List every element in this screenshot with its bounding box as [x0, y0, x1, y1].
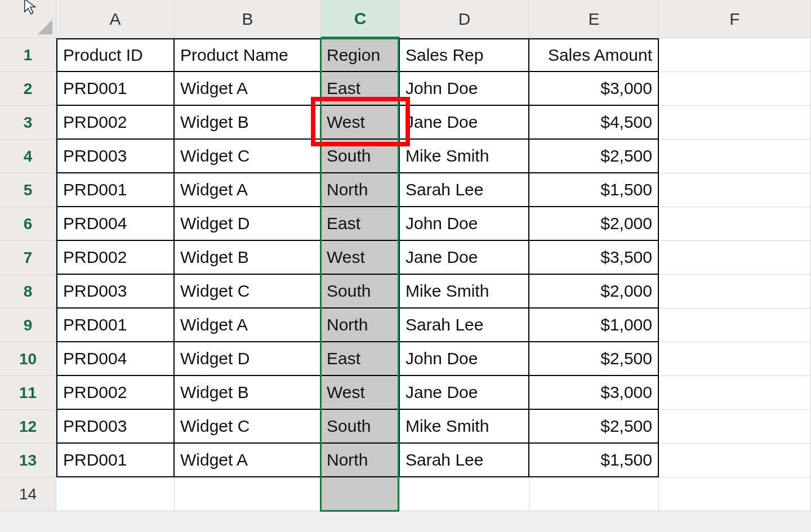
- row-header-7[interactable]: 7: [0, 241, 56, 275]
- row-header-13[interactable]: 13: [0, 444, 56, 477]
- col-header-B[interactable]: B: [175, 0, 321, 38]
- col-header-A[interactable]: A: [56, 0, 175, 38]
- cell-C11[interactable]: West: [321, 376, 400, 410]
- cell-A10[interactable]: PRD004: [56, 342, 175, 376]
- row-header-2[interactable]: 2: [0, 72, 56, 106]
- cell-D9[interactable]: Sarah Lee: [400, 309, 529, 342]
- cell-E2[interactable]: $3,000: [529, 72, 659, 106]
- cell-D7[interactable]: Jane Doe: [400, 241, 529, 275]
- row-header-9[interactable]: 9: [0, 309, 56, 342]
- cell-D6[interactable]: John Doe: [400, 207, 529, 241]
- cell-B2[interactable]: Widget A: [175, 72, 321, 106]
- cell-B4[interactable]: Widget C: [175, 140, 321, 173]
- cell-F13[interactable]: [659, 444, 811, 477]
- row-header-5[interactable]: 5: [0, 173, 56, 207]
- cell-C5[interactable]: North: [321, 173, 400, 207]
- cell-D4[interactable]: Mike Smith: [400, 140, 529, 173]
- cell-D5[interactable]: Sarah Lee: [400, 173, 529, 207]
- cell-C1[interactable]: Region: [321, 38, 400, 72]
- cell-D8[interactable]: Mike Smith: [400, 275, 529, 309]
- cell-B7[interactable]: Widget B: [175, 241, 321, 275]
- cell-D1[interactable]: Sales Rep: [400, 38, 529, 72]
- cell-E4[interactable]: $2,500: [529, 140, 659, 173]
- cell-C12[interactable]: South: [321, 410, 400, 444]
- cell-A14[interactable]: [56, 477, 175, 511]
- cell-F1[interactable]: [659, 38, 811, 72]
- cell-C2[interactable]: East: [321, 72, 400, 106]
- cell-D2[interactable]: John Doe: [400, 72, 529, 106]
- cell-A12[interactable]: PRD003: [56, 410, 175, 444]
- cell-F2[interactable]: [659, 72, 811, 106]
- cell-E7[interactable]: $3,500: [529, 241, 659, 275]
- cell-E3[interactable]: $4,500: [529, 106, 659, 140]
- cell-E12[interactable]: $2,500: [529, 410, 659, 444]
- cell-C7[interactable]: West: [321, 241, 400, 275]
- cell-F9[interactable]: [659, 309, 811, 342]
- cell-A1[interactable]: Product ID: [56, 38, 175, 72]
- cell-F7[interactable]: [659, 241, 811, 275]
- cell-D12[interactable]: Mike Smith: [400, 410, 529, 444]
- row-header-4[interactable]: 4: [0, 140, 56, 173]
- cell-D14[interactable]: [400, 477, 529, 511]
- cell-B13[interactable]: Widget A: [175, 444, 321, 477]
- cell-E9[interactable]: $1,000: [529, 309, 659, 342]
- cell-F4[interactable]: [659, 140, 811, 173]
- cell-A9[interactable]: PRD001: [56, 309, 175, 342]
- cell-C3[interactable]: West: [321, 106, 400, 140]
- cell-A5[interactable]: PRD001: [56, 173, 175, 207]
- cell-C6[interactable]: East: [321, 207, 400, 241]
- row-header-14[interactable]: 14: [0, 477, 56, 511]
- cell-E14[interactable]: [529, 477, 659, 511]
- cell-A7[interactable]: PRD002: [56, 241, 175, 275]
- cell-E6[interactable]: $2,000: [529, 207, 659, 241]
- cell-B1[interactable]: Product Name: [175, 38, 321, 72]
- cell-F8[interactable]: [659, 275, 811, 309]
- cell-E1[interactable]: Sales Amount: [529, 38, 659, 72]
- col-header-E[interactable]: E: [529, 0, 659, 38]
- cell-C13[interactable]: North: [321, 444, 400, 477]
- row-header-12[interactable]: 12: [0, 410, 56, 444]
- cell-B9[interactable]: Widget A: [175, 309, 321, 342]
- row-header-8[interactable]: 8: [0, 275, 56, 309]
- cell-F14[interactable]: [659, 477, 811, 511]
- row-header-10[interactable]: 10: [0, 342, 56, 376]
- row-header-1[interactable]: 1: [0, 38, 56, 72]
- cell-C4[interactable]: South: [321, 140, 400, 173]
- col-header-F[interactable]: F: [659, 0, 811, 38]
- cell-E11[interactable]: $3,000: [529, 376, 659, 410]
- row-header-6[interactable]: 6: [0, 207, 56, 241]
- cell-E8[interactable]: $2,000: [529, 275, 659, 309]
- col-header-C[interactable]: C: [321, 0, 400, 38]
- cell-F12[interactable]: [659, 410, 811, 444]
- col-header-D[interactable]: D: [400, 0, 529, 38]
- row-header-3[interactable]: 3: [0, 106, 56, 140]
- cell-B10[interactable]: Widget D: [175, 342, 321, 376]
- cell-E13[interactable]: $1,500: [529, 444, 659, 477]
- cell-B8[interactable]: Widget C: [175, 275, 321, 309]
- cell-B14[interactable]: [175, 477, 321, 511]
- cell-C14[interactable]: [321, 477, 400, 511]
- cell-D3[interactable]: Jane Doe: [400, 106, 529, 140]
- cell-B11[interactable]: Widget B: [175, 376, 321, 410]
- cell-E5[interactable]: $1,500: [529, 173, 659, 207]
- cell-A13[interactable]: PRD001: [56, 444, 175, 477]
- cell-F11[interactable]: [659, 376, 811, 410]
- cell-C10[interactable]: East: [321, 342, 400, 376]
- cell-B6[interactable]: Widget D: [175, 207, 321, 241]
- cell-D13[interactable]: Sarah Lee: [400, 444, 529, 477]
- cell-B12[interactable]: Widget C: [175, 410, 321, 444]
- cell-E10[interactable]: $2,500: [529, 342, 659, 376]
- cell-D10[interactable]: John Doe: [400, 342, 529, 376]
- cell-D11[interactable]: Jane Doe: [400, 376, 529, 410]
- cell-F3[interactable]: [659, 106, 811, 140]
- cell-A8[interactable]: PRD003: [56, 275, 175, 309]
- cell-F10[interactable]: [659, 342, 811, 376]
- cell-F6[interactable]: [659, 207, 811, 241]
- cell-A11[interactable]: PRD002: [56, 376, 175, 410]
- cell-A2[interactable]: PRD001: [56, 72, 175, 106]
- cell-B3[interactable]: Widget B: [175, 106, 321, 140]
- cell-A3[interactable]: PRD002: [56, 106, 175, 140]
- cell-A4[interactable]: PRD003: [56, 140, 175, 173]
- cell-B5[interactable]: Widget A: [175, 173, 321, 207]
- cell-C8[interactable]: South: [321, 275, 400, 309]
